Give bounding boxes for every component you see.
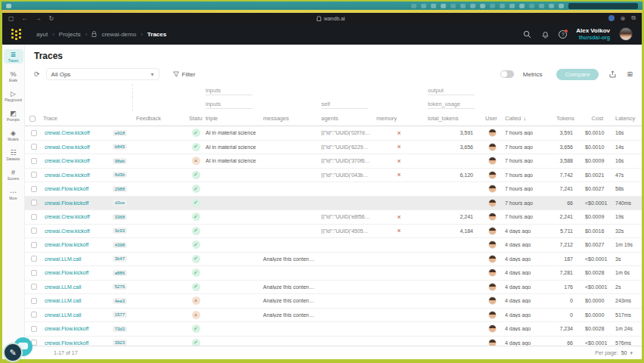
breadcrumb-projects[interactable]: Projects bbox=[59, 31, 81, 38]
trace-name-link[interactable]: crewai.LLM.call bbox=[45, 284, 113, 290]
column-header-tokens[interactable]: Tokens bbox=[553, 115, 582, 122]
duplicate-tab-icon[interactable]: ⧉ bbox=[631, 14, 636, 22]
row-checkbox[interactable] bbox=[31, 186, 37, 192]
row-checkbox[interactable] bbox=[31, 298, 37, 304]
per-page-select[interactable]: 50 bbox=[621, 350, 627, 355]
table-row[interactable]: crewai.Flow.kickoff73d3✓4 days ago7,234$… bbox=[25, 322, 642, 337]
column-header-cost[interactable]: Cost bbox=[582, 115, 612, 122]
row-checkbox[interactable] bbox=[31, 130, 37, 136]
table-row[interactable]: crewai.Crew.kickoffb845✓AI in material s… bbox=[25, 141, 642, 155]
row-checkbox[interactable] bbox=[31, 214, 37, 220]
tokens-cell: 7,234 bbox=[553, 326, 582, 331]
row-checkbox[interactable] bbox=[31, 270, 37, 276]
table-row[interactable]: crewai.LLM.call5276✓Analyze this conten…… bbox=[25, 281, 642, 295]
refresh-icon[interactable]: ⟳ bbox=[34, 70, 40, 78]
table-row[interactable]: crewai.Flow.kickoffa886✓4 days ago7,281$… bbox=[25, 266, 642, 281]
table-row[interactable]: crewai.LLM.call1577×Analyze this conten…… bbox=[25, 309, 642, 323]
trace-cell: crewai.Flow.kickoff2988 bbox=[40, 186, 133, 192]
column-header-total-tokens[interactable]: total_tokens bbox=[425, 115, 482, 122]
trace-name-link[interactable]: crewai.Flow.kickoff bbox=[45, 270, 113, 275]
column-header-triple[interactable]: triple bbox=[203, 115, 260, 122]
row-checkbox[interactable] bbox=[31, 144, 37, 150]
trace-name-link[interactable]: crewai.Flow.kickoff bbox=[45, 186, 113, 191]
breadcrumb-entity[interactable]: ayut bbox=[36, 31, 48, 38]
row-checkbox[interactable] bbox=[31, 284, 37, 290]
sidebar-item-more[interactable]: ⋯More bbox=[4, 187, 23, 201]
sidebar-item-traces[interactable]: ≣Traces bbox=[4, 49, 23, 64]
trace-name-link[interactable]: crewai.Crew.kickoff bbox=[45, 130, 113, 135]
trace-name-link[interactable]: crewai.Flow.kickoff bbox=[45, 242, 113, 247]
row-checkbox[interactable] bbox=[31, 228, 37, 234]
table-row[interactable]: crewai.Crew.kickoff3368✓[{"id":"UUID('e8… bbox=[25, 210, 642, 225]
avatar[interactable] bbox=[619, 27, 633, 41]
table-row[interactable]: crewai.Flow.kickoff2988✓7 hours ago7,241… bbox=[25, 182, 642, 197]
column-header-trace[interactable]: Trace bbox=[40, 115, 133, 122]
row-checkbox[interactable] bbox=[31, 312, 37, 318]
column-header-agents[interactable]: agents bbox=[318, 115, 373, 122]
table-row[interactable]: crewai.Flow.kickoff4398✓4 days ago7,212$… bbox=[25, 238, 642, 253]
column-header-user[interactable]: User bbox=[482, 115, 502, 122]
trace-name-link[interactable]: crewai.Crew.kickoff bbox=[45, 172, 113, 178]
trace-name-link[interactable]: crewai.LLM.call bbox=[45, 256, 113, 262]
table-row[interactable]: crewai.Crew.kickoffe918✓AI in material s… bbox=[25, 126, 642, 141]
filter-button[interactable]: Filter bbox=[173, 71, 196, 78]
status-success-icon: ✓ bbox=[192, 268, 200, 277]
trace-name-link[interactable]: crewai.LLM.call bbox=[45, 312, 113, 318]
table-row[interactable]: crewai.Crew.kickoff6d3b✓[{"id":"UUID('04… bbox=[25, 169, 642, 183]
compose-feedback-button[interactable]: ✎ bbox=[3, 343, 23, 362]
trace-name-link[interactable]: crewai.Crew.kickoff bbox=[45, 214, 113, 219]
trace-name-link[interactable]: crewai.Flow.kickoff bbox=[45, 200, 113, 206]
columns-icon[interactable]: ⊞ bbox=[627, 70, 633, 78]
table-row[interactable]: crewai.LLM.call3b47✓Analyze this conten…… bbox=[25, 253, 642, 267]
sidebar-item-prompts[interactable]: ◩Prompts bbox=[4, 108, 23, 123]
sidebar-item-evals[interactable]: %Evals bbox=[4, 69, 23, 83]
row-checkbox-cell bbox=[25, 312, 40, 318]
table-row[interactable]: crewai.Flow.kickoff3923✓4 days ago66<$0.… bbox=[25, 337, 642, 346]
column-header-feedback[interactable]: Feedback bbox=[133, 115, 186, 122]
breadcrumb-project[interactable]: crewai-demo bbox=[101, 31, 136, 38]
sidebar-toggle-icon[interactable]: ▢ bbox=[8, 15, 14, 22]
back-icon[interactable]: ← bbox=[22, 15, 28, 22]
sidebar-item-datasets[interactable]: ☷Datasets bbox=[4, 147, 23, 162]
table-row[interactable]: crewai.Crew.kickoff98ab×AI in material s… bbox=[25, 154, 642, 169]
trace-name-link[interactable]: crewai.Crew.kickoff bbox=[45, 144, 113, 150]
column-header-messages[interactable]: messages bbox=[260, 115, 318, 122]
select-all-checkbox[interactable] bbox=[29, 116, 36, 122]
address-bar[interactable]: wandb.ai bbox=[317, 16, 345, 21]
row-checkbox[interactable] bbox=[31, 172, 37, 178]
sidebar-item-scorers[interactable]: #Scorers bbox=[4, 167, 23, 182]
extension-icon[interactable] bbox=[608, 15, 615, 21]
row-checkbox[interactable] bbox=[31, 326, 37, 332]
metrics-toggle[interactable] bbox=[500, 70, 514, 78]
row-checkbox[interactable] bbox=[31, 242, 37, 248]
reload-icon[interactable]: ↻ bbox=[49, 15, 54, 22]
row-checkbox[interactable] bbox=[31, 256, 37, 262]
export-icon[interactable] bbox=[609, 70, 616, 78]
forward-icon[interactable]: → bbox=[36, 15, 42, 22]
row-checkbox[interactable] bbox=[31, 200, 37, 206]
trace-name-link[interactable]: crewai.Crew.kickoff bbox=[45, 158, 113, 163]
wandb-logo[interactable] bbox=[11, 29, 21, 40]
search-icon[interactable] bbox=[522, 29, 531, 39]
column-header-memory[interactable]: memory bbox=[373, 115, 425, 122]
column-header-called[interactable]: Called↓ bbox=[502, 115, 553, 122]
column-header-status[interactable]: Status bbox=[186, 115, 203, 122]
table-row[interactable]: crewai.Flow.kickoffd3ce✓7 hours ago66<$0… bbox=[25, 197, 642, 211]
ops-filter-select[interactable]: All Ops ▾ bbox=[46, 68, 159, 80]
sidebar-item-models[interactable]: ◈Models bbox=[4, 128, 23, 142]
sidebar-item-playground[interactable]: ▷Playground bbox=[4, 88, 23, 103]
notifications-bell-icon[interactable] bbox=[540, 29, 550, 39]
user-menu[interactable]: Alex Volkov thursdai-org bbox=[576, 27, 610, 40]
row-checkbox[interactable] bbox=[31, 158, 37, 164]
trace-name-link[interactable]: crewai.LLM.call bbox=[45, 298, 113, 303]
chevron-down-icon[interactable]: ▾ bbox=[630, 350, 633, 356]
new-tab-icon[interactable]: ⊕ bbox=[621, 15, 626, 22]
compare-button[interactable]: Compare bbox=[556, 69, 599, 80]
trace-name-link[interactable]: crewai.Flow.kickoff bbox=[45, 340, 113, 346]
trace-name-link[interactable]: crewai.Flow.kickoff bbox=[45, 326, 113, 331]
table-row[interactable]: crewai.LLM.call4ea3×Analyze this conten…… bbox=[25, 294, 642, 309]
help-icon[interactable]: ? bbox=[559, 30, 567, 39]
table-row[interactable]: crewai.Crew.kickoff9c93✓[{"id":"UUID('45… bbox=[25, 225, 642, 239]
column-header-latency[interactable]: Latency bbox=[612, 115, 642, 122]
trace-name-link[interactable]: crewai.Crew.kickoff bbox=[45, 228, 113, 234]
